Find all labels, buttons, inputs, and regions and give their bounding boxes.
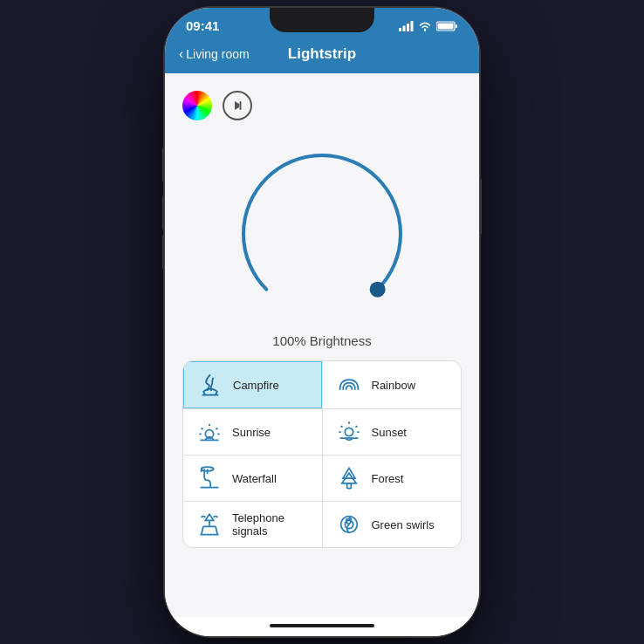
svg-line-20 xyxy=(355,426,357,428)
campfire-label: Campfire xyxy=(233,379,279,392)
content-area: 100% Brightness Campfire xyxy=(165,73,479,617)
wifi-icon xyxy=(418,21,432,31)
phone-screen: 09:41 xyxy=(165,8,479,636)
svg-rect-0 xyxy=(399,28,401,31)
sunset-label: Sunset xyxy=(372,426,407,439)
svg-point-36 xyxy=(347,517,351,521)
effect-campfire[interactable]: Campfire xyxy=(183,361,322,408)
effect-green-swirls[interactable]: Green swirls xyxy=(323,502,462,547)
svg-line-13 xyxy=(216,428,218,429)
svg-line-12 xyxy=(202,428,203,429)
sunset-icon xyxy=(335,418,363,446)
effect-rainbow[interactable]: Rainbow xyxy=(323,361,462,408)
home-indicator xyxy=(165,617,479,636)
forest-icon xyxy=(335,464,363,492)
home-bar xyxy=(270,624,374,627)
play-pause-icon xyxy=(230,99,244,113)
green-swirls-icon xyxy=(335,510,363,538)
campfire-icon xyxy=(196,371,224,399)
svg-line-19 xyxy=(340,426,342,428)
nav-bar: ‹ Living room Lightstrip xyxy=(165,38,479,73)
top-controls xyxy=(182,91,462,120)
brightness-label: 100% Brightness xyxy=(272,333,371,348)
effects-grid: Campfire Rainbow xyxy=(182,360,462,548)
rainbow-label: Rainbow xyxy=(372,379,416,392)
svg-rect-1 xyxy=(403,25,406,31)
svg-rect-8 xyxy=(240,101,242,110)
back-chevron-icon: ‹ xyxy=(179,46,183,62)
phone-frame: 09:41 xyxy=(165,8,479,636)
signal-icon xyxy=(399,21,414,31)
effect-waterfall[interactable]: Waterfall xyxy=(183,456,322,501)
back-button[interactable]: ‹ Living room xyxy=(179,46,250,62)
svg-line-32 xyxy=(216,526,217,534)
waterfall-label: Waterfall xyxy=(232,472,277,485)
svg-rect-3 xyxy=(411,21,414,31)
waterfall-icon xyxy=(195,464,223,492)
svg-line-31 xyxy=(202,526,203,534)
svg-marker-28 xyxy=(205,514,213,520)
effect-sunrise[interactable]: Sunrise xyxy=(183,409,322,455)
telephone-signals-label: Telephone signals xyxy=(232,511,310,538)
color-wheel-button[interactable] xyxy=(182,91,212,120)
green-swirls-label: Green swirls xyxy=(372,518,435,531)
status-time: 09:41 xyxy=(186,18,219,33)
telephone-signals-icon xyxy=(195,510,223,538)
play-pause-button[interactable] xyxy=(223,91,252,120)
rainbow-icon xyxy=(335,371,363,399)
notch xyxy=(270,8,374,32)
sunrise-label: Sunrise xyxy=(232,426,271,439)
page-title: Lightstrip xyxy=(288,45,356,63)
svg-point-17 xyxy=(345,428,353,435)
effect-forest[interactable]: Forest xyxy=(323,456,462,501)
status-icons xyxy=(399,21,458,31)
svg-rect-6 xyxy=(438,23,454,29)
battery-icon xyxy=(436,21,458,31)
effect-telephone-signals[interactable]: Telephone signals xyxy=(183,502,322,547)
back-label: Living room xyxy=(186,47,249,61)
svg-rect-5 xyxy=(456,24,457,28)
brightness-dial[interactable] xyxy=(226,138,418,330)
effect-sunset[interactable]: Sunset xyxy=(323,409,462,455)
svg-rect-27 xyxy=(346,483,351,489)
dial-canvas xyxy=(226,138,418,330)
sunrise-icon xyxy=(195,418,223,446)
forest-label: Forest xyxy=(372,472,404,485)
svg-rect-2 xyxy=(407,24,409,31)
svg-marker-7 xyxy=(235,101,239,110)
